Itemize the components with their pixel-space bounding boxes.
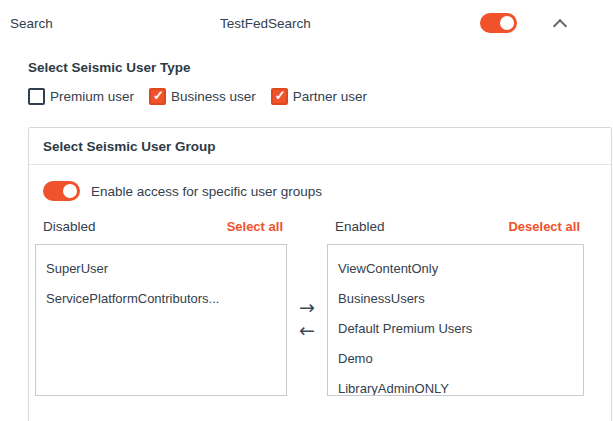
select-all-link[interactable]: Select all: [227, 219, 283, 234]
user-group-panel: Select Seismic User Group Enable access …: [28, 127, 612, 421]
list-item[interactable]: BusinessUsers: [338, 284, 573, 314]
disabled-column: Disabled Select all SuperUser ServicePla…: [35, 219, 287, 396]
disabled-list-box[interactable]: SuperUser ServicePlatformContributors...: [35, 244, 287, 396]
checkbox-label: Partner user: [293, 89, 367, 104]
list-item[interactable]: SuperUser: [46, 254, 276, 284]
checkbox-label: Premium user: [50, 89, 134, 104]
deselect-all-link[interactable]: Deselect all: [508, 219, 580, 234]
checkbox-checked-icon[interactable]: [149, 88, 166, 105]
group-dual-list: Disabled Select all SuperUser ServicePla…: [35, 219, 603, 396]
enabled-column-title: Enabled: [335, 219, 385, 234]
search-enabled-toggle[interactable]: [480, 13, 517, 33]
list-item[interactable]: LibraryAdminONLY: [338, 374, 573, 396]
search-name: TestFedSearch: [220, 16, 311, 31]
move-arrows: → ←: [287, 219, 327, 396]
user-type-heading: Select Seismic User Type: [28, 60, 613, 75]
user-group-panel-header: Select Seismic User Group: [29, 128, 611, 165]
federated-search-settings: Search TestFedSearch Select Seismic User…: [0, 0, 613, 421]
specific-groups-toggle[interactable]: [43, 181, 80, 201]
list-item[interactable]: Demo: [338, 344, 573, 374]
toggle-knob-icon: [500, 16, 514, 30]
disabled-column-title: Disabled: [43, 219, 96, 234]
specific-groups-toggle-row: Enable access for specific user groups: [43, 181, 603, 201]
enabled-column: Enabled Deselect all ViewContentOnly Bus…: [327, 219, 584, 396]
chevron-up-icon[interactable]: [553, 19, 567, 33]
checkbox-partner-user[interactable]: Partner user: [271, 88, 367, 105]
enabled-list-box[interactable]: ViewContentOnly BusinessUsers Default Pr…: [327, 244, 584, 396]
list-item[interactable]: ViewContentOnly: [338, 254, 573, 284]
disabled-column-head: Disabled Select all: [35, 219, 287, 244]
user-group-panel-body: Enable access for specific user groups D…: [29, 165, 611, 396]
user-group-heading: Select Seismic User Group: [43, 139, 597, 154]
checkbox-unchecked-icon[interactable]: [28, 88, 45, 105]
specific-groups-toggle-label: Enable access for specific user groups: [91, 184, 322, 199]
checkbox-label: Business user: [171, 89, 256, 104]
toggle-knob-icon: [63, 184, 77, 198]
move-right-arrow-icon[interactable]: →: [299, 297, 315, 319]
list-item[interactable]: Default Premium Users: [338, 314, 573, 344]
checkbox-business-user[interactable]: Business user: [149, 88, 256, 105]
move-left-arrow-icon[interactable]: ←: [299, 320, 315, 342]
search-section-label: Search: [10, 16, 220, 31]
checkbox-premium-user[interactable]: Premium user: [28, 88, 134, 105]
checkbox-checked-icon[interactable]: [271, 88, 288, 105]
search-header-row: Search TestFedSearch: [0, 0, 613, 35]
enabled-column-head: Enabled Deselect all: [327, 219, 584, 244]
list-item[interactable]: ServicePlatformContributors...: [46, 284, 276, 314]
user-type-options: Premium user Business user Partner user: [28, 88, 613, 105]
